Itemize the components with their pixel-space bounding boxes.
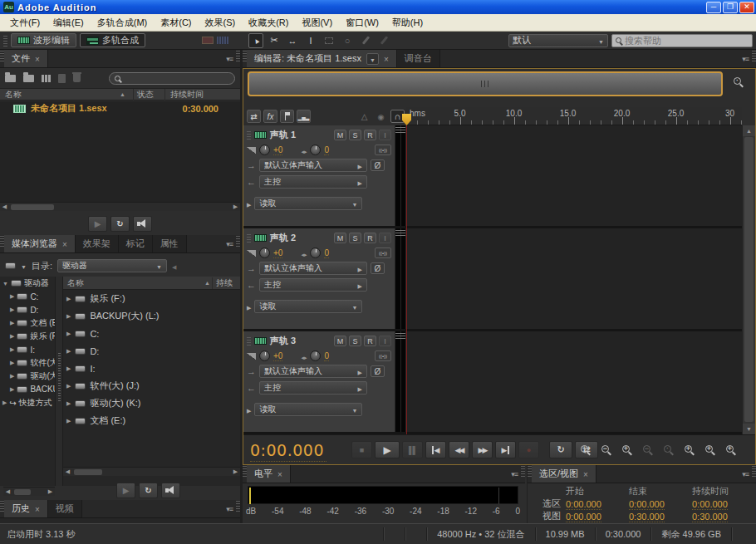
navigator-zoom-icon[interactable] [732, 76, 745, 89]
mute-button[interactable]: M [334, 130, 346, 140]
maximize-button[interactable]: ❐ [723, 2, 738, 13]
volume-knob[interactable] [259, 350, 270, 361]
razor-tool[interactable]: ✂ [267, 33, 282, 48]
files-h-scrollbar[interactable]: ◀ ▶ [0, 202, 240, 211]
tab-markers[interactable]: 标记 [119, 235, 153, 252]
trash-icon[interactable] [73, 74, 81, 82]
time-selection-tool[interactable]: ↔ [285, 33, 300, 48]
ibeam-tool[interactable]: I [303, 33, 318, 48]
column-name[interactable]: 名称 [0, 89, 120, 100]
files-search-box[interactable] [109, 72, 235, 85]
menu-item[interactable]: 文件(F) [3, 15, 47, 31]
scroll-thumb[interactable] [744, 137, 754, 422]
track-grip[interactable] [247, 337, 251, 346]
panel-grip[interactable] [752, 465, 756, 477]
sort-asc-icon[interactable]: ▲ [204, 280, 210, 286]
menu-item[interactable]: 窗口(W) [339, 15, 385, 31]
close-button[interactable]: ✕ [739, 2, 754, 13]
close-icon[interactable] [583, 469, 588, 479]
record-arm-button[interactable]: R [364, 233, 376, 243]
pause-button[interactable] [402, 441, 423, 458]
play-button[interactable] [375, 441, 400, 458]
expander-icon[interactable]: ▶ [66, 365, 71, 372]
drive-row[interactable]: ▶ D: [63, 342, 240, 360]
open-file-icon[interactable] [5, 75, 16, 82]
pan-value[interactable]: 0 [324, 248, 329, 258]
close-icon[interactable] [277, 469, 282, 479]
record-arm-button[interactable]: R [364, 336, 376, 346]
expander-icon[interactable]: ▶ [66, 400, 71, 407]
menu-item[interactable]: 收藏夹(R) [242, 15, 295, 31]
expander-icon[interactable]: ▶ [66, 418, 71, 424]
loop-preview-button[interactable] [110, 216, 130, 232]
panel-menu-icon[interactable] [739, 55, 752, 63]
solo-button[interactable]: S [349, 336, 361, 346]
move-tool[interactable]: ▲ [248, 33, 263, 48]
output-dropdown[interactable]: 主控 [259, 381, 367, 395]
drive-row[interactable]: ▶ 文档 (E:) [63, 412, 240, 429]
waveform-edit-button[interactable]: 波形编辑 [11, 33, 76, 47]
spectral-display-icon[interactable] [202, 37, 214, 44]
track-lane[interactable] [406, 331, 742, 432]
expander-icon[interactable]: ▶ [10, 293, 14, 300]
tab-levels[interactable]: 电平 [247, 465, 291, 483]
monitor-input-button[interactable] [375, 247, 391, 258]
expander-icon[interactable]: ▶ [10, 386, 14, 393]
track-name[interactable]: 声轨 2 [270, 232, 296, 244]
tree-drive-item[interactable]: ▶ D: [0, 303, 55, 316]
track-grip[interactable] [247, 131, 251, 140]
solo-button[interactable]: S [349, 233, 361, 243]
zoom-both-button[interactable] [724, 444, 738, 457]
pan-knob[interactable] [310, 247, 321, 258]
record-standby-icon[interactable] [374, 110, 388, 123]
zoom-navigator[interactable] [248, 71, 723, 96]
loop-preview-button[interactable] [139, 483, 158, 498]
panel-menu-icon[interactable] [739, 470, 752, 478]
tree-shortcuts[interactable]: ▶ ↪ 快捷方式 [0, 396, 55, 409]
zoom-in-button[interactable] [579, 444, 592, 457]
expander-icon[interactable]: ▶ [66, 348, 71, 355]
pan-knob[interactable] [310, 145, 321, 155]
editor-v-scrollbar[interactable]: ▲ ▼ [742, 125, 755, 434]
drive-view-icon[interactable] [5, 262, 16, 269]
help-search-box[interactable] [611, 34, 753, 47]
tab-effects-rack[interactable]: 效果架 [76, 235, 119, 252]
column-duration[interactable]: 持续时间 [164, 89, 204, 100]
insert-into-multitrack-icon[interactable] [58, 74, 66, 83]
heal-tool[interactable] [376, 33, 391, 48]
files-search-input[interactable] [124, 74, 215, 83]
expander-icon[interactable]: ▶ [2, 399, 7, 406]
close-icon[interactable] [35, 504, 40, 514]
eq-button[interactable] [297, 110, 311, 123]
rewind-button[interactable] [449, 441, 469, 458]
scroll-up-icon[interactable]: ▲ [743, 125, 755, 136]
drive-row[interactable]: ▶ 软件(大) (J:) [63, 377, 240, 395]
waveform-display-icon[interactable] [217, 37, 228, 44]
close-icon[interactable] [62, 239, 67, 249]
track-header[interactable]: 声轨 1 M S R I +0 [243, 125, 395, 226]
editor-dropdown-icon[interactable] [366, 53, 379, 65]
expander-icon[interactable] [247, 301, 251, 311]
tree-drive-item[interactable]: ▶ 驱动(大) (K:) [0, 370, 55, 383]
panel-menu-icon[interactable] [223, 505, 236, 513]
directory-dropdown[interactable]: 驱动器 [57, 259, 167, 272]
files-list-header[interactable]: 名称 ▲ 状态 持续时间 [0, 88, 240, 100]
volume-value[interactable]: +0 [273, 248, 282, 258]
tree-drive-item[interactable]: ▶ 软件(大) (J:) [0, 356, 55, 370]
file-row[interactable]: 未命名项目 1.sesx 0:30.000 [0, 101, 240, 115]
panel-grip[interactable] [752, 50, 756, 61]
tree-drive-item[interactable]: ▶ I: [0, 343, 55, 356]
tree-drive-item[interactable]: ▶ 娱乐 (F:) [0, 330, 55, 343]
expander-icon[interactable]: ▶ [10, 306, 14, 313]
scroll-thumb[interactable] [74, 469, 102, 475]
scroll-down-icon[interactable]: ▼ [743, 424, 755, 434]
output-dropdown[interactable]: 主控 [259, 278, 367, 292]
tab-selection-view[interactable]: 选区/视图 [532, 465, 596, 483]
automation-mode-dropdown[interactable]: 读取 [254, 403, 362, 416]
toolbar-grip[interactable] [3, 35, 7, 47]
scroll-right-icon[interactable]: ▶ [46, 488, 55, 495]
track-grip[interactable] [247, 234, 251, 243]
metronome-icon[interactable] [357, 110, 371, 123]
media-list-header[interactable]: 名称 ▲ 持续 [63, 277, 240, 290]
drive-row[interactable]: ▶ 娱乐 (F:) [63, 290, 240, 307]
